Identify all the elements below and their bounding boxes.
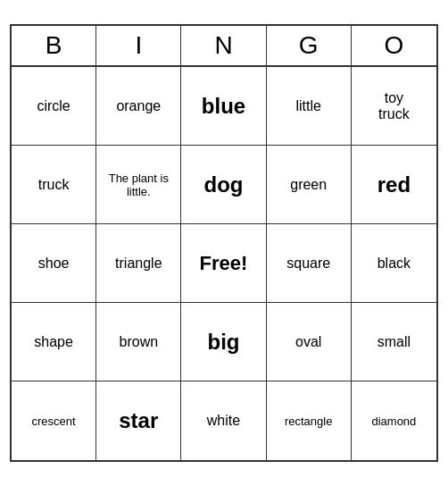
cell-r0-c0: circle <box>12 67 96 146</box>
header-letter: B <box>12 26 96 65</box>
cell-r1-c1: The plant is little. <box>96 146 181 224</box>
cell-r1-c2: dog <box>181 146 266 224</box>
cell-r3-c3: oval <box>267 303 352 381</box>
header-letter: N <box>181 26 266 65</box>
cell-r0-c1: orange <box>96 67 181 146</box>
header-letter: O <box>352 26 436 65</box>
header-letter: G <box>267 26 352 65</box>
header-letter: I <box>96 26 181 65</box>
cell-r3-c2: big <box>181 303 266 381</box>
cell-r2-c1: triangle <box>96 224 181 303</box>
cell-r4-c0: crescent <box>12 381 96 460</box>
cell-r2-c2: Free! <box>181 224 266 303</box>
bingo-card: BINGO circleorangebluelittletoy trucktru… <box>10 24 438 462</box>
cell-r2-c3: square <box>267 224 352 303</box>
cell-r4-c3: rectangle <box>267 381 352 460</box>
cell-r4-c4: diamond <box>352 381 436 460</box>
cell-r4-c2: white <box>181 381 266 460</box>
cell-r0-c4: toy truck <box>352 67 436 146</box>
cell-r1-c0: truck <box>12 146 96 224</box>
cell-r1-c4: red <box>352 146 436 224</box>
cell-r1-c3: green <box>267 146 352 224</box>
cell-r3-c4: small <box>352 303 436 381</box>
bingo-grid: circleorangebluelittletoy trucktruckThe … <box>12 67 436 460</box>
cell-r0-c2: blue <box>181 67 266 146</box>
cell-r4-c1: star <box>96 381 181 460</box>
cell-r2-c0: shoe <box>12 224 96 303</box>
cell-r2-c4: black <box>352 224 436 303</box>
cell-r3-c0: shape <box>12 303 96 381</box>
bingo-header: BINGO <box>12 26 436 67</box>
cell-r0-c3: little <box>267 67 352 146</box>
cell-r3-c1: brown <box>96 303 181 381</box>
